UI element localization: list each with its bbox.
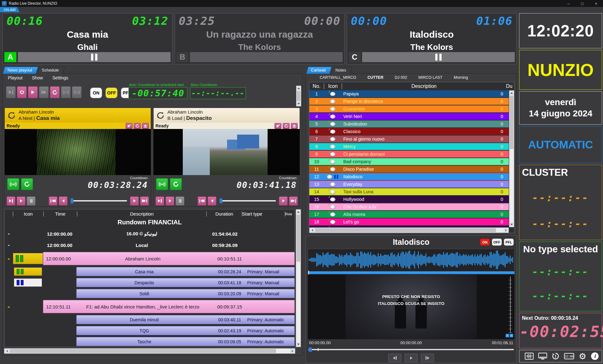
- col-description[interactable]: Description: [342, 83, 506, 89]
- deck-B[interactable]: 03:25 00:00 Un ragazzo una ragazza The K…: [175, 13, 345, 64]
- step-forward-button[interactable]: [130, 196, 139, 206]
- story-list-scrollbar[interactable]: [296, 86, 301, 106]
- digital-clock-icon[interactable]: 12:00: [564, 353, 574, 359]
- off-button[interactable]: OFF: [106, 88, 117, 98]
- col-row[interactable]: Row: [285, 211, 295, 217]
- power-button[interactable]: [17, 86, 27, 98]
- waveform[interactable]: [308, 249, 514, 271]
- cartwall-row[interactable]: 4 ♪ Vetri Neri 0: [309, 113, 509, 120]
- subtab-cartwall-mirco[interactable]: CARTWALL_MIRCO: [314, 75, 362, 81]
- cartwall-row[interactable]: 19 ♪ Mondiali 0: [309, 226, 509, 227]
- menu-show[interactable]: Show: [32, 75, 43, 80]
- tab-on-air[interactable]: ON-AIR: [0, 7, 19, 12]
- cartwall-row[interactable]: 8 ♪ Mercy 0: [309, 143, 509, 150]
- col-no[interactable]: No.: [309, 83, 324, 89]
- cartwall-row[interactable]: 7 ♪ Fino al giorno nuovo 0: [309, 136, 509, 142]
- pause-button[interactable]: [27, 196, 35, 206]
- rundown-hscrollbar[interactable]: [4, 348, 295, 354]
- menu-settings[interactable]: Settings: [52, 75, 68, 80]
- preview-header[interactable]: Abraham Lincoln B Load | Despacito: [154, 108, 300, 123]
- seek-slider[interactable]: [71, 198, 127, 204]
- play-button[interactable]: [17, 196, 25, 206]
- rundown-item-row[interactable]: Duemila minuti 00:03:40.11 Primary: Auto…: [5, 315, 295, 324]
- prev-frame-button[interactable]: [388, 354, 401, 362]
- cartwall-row[interactable]: 5 ♪ Substitution 0: [309, 120, 509, 127]
- broadcast-button-1[interactable]: [61, 86, 71, 98]
- recycle-button[interactable]: [170, 178, 182, 190]
- rundown-item-row[interactable]: Casa mia 00:03:28.24 Primary: Manual: [5, 267, 295, 276]
- step-back-button[interactable]: [59, 196, 68, 206]
- broadcast-button-2[interactable]: [72, 86, 82, 98]
- seek-slider[interactable]: [220, 198, 276, 204]
- progress-thumb[interactable]: [309, 347, 312, 352]
- rundown-story-row[interactable]: - 12:00:00.00 Abraham Lincoln 00:10:51.1…: [5, 252, 295, 265]
- audio-meter-icon[interactable]: [525, 353, 534, 360]
- deck-progress-bar[interactable]: [190, 52, 343, 62]
- close-button[interactable]: ×: [589, 0, 603, 7]
- cartwall-row[interactable]: 16 ♪ Che t'o dico a fa' 0: [309, 203, 509, 210]
- skip-end-button[interactable]: [289, 196, 298, 206]
- loop-button[interactable]: [283, 123, 290, 129]
- play-button[interactable]: [28, 86, 38, 98]
- col-duration[interactable]: Du: [506, 83, 514, 89]
- step-back-button[interactable]: [208, 196, 216, 206]
- rundown-item-row[interactable]: Despacito 00:03:41.18 Primary: Manual: [5, 278, 295, 287]
- rundown-item-row[interactable]: Soldi 00:03:20.09 Primary: Manual: [5, 289, 295, 298]
- col-duration[interactable]: Duration: [206, 211, 242, 217]
- rundown-item-row[interactable]: TQG 00:02:43.19 Primary: Automatic: [5, 326, 295, 335]
- cartwall-hscrollbar[interactable]: [309, 228, 509, 233]
- eject-button[interactable]: [142, 123, 149, 129]
- deck-progress-bar[interactable]: [18, 52, 171, 62]
- step-forward-button[interactable]: [279, 196, 288, 206]
- tab-cartwall[interactable]: Cartwall: [307, 67, 331, 74]
- tab-notes[interactable]: Notes: [332, 67, 351, 74]
- col-start-type[interactable]: Start type: [242, 211, 285, 217]
- cartwall-row[interactable]: 14 ♪ Taxi sulla Luna 0: [309, 188, 509, 195]
- preview-header[interactable]: Abraham Lincoln A Next | Casa mia: [5, 108, 151, 123]
- settings-gear-icon[interactable]: ⚙: [579, 351, 586, 361]
- pause-button[interactable]: [176, 196, 184, 206]
- cartwall-row[interactable]: 18 ♪ Let's go 0: [309, 218, 509, 225]
- rundown-story-row[interactable]: - 12:10:51.11 F1: ad Abu Dhabi vince Ham…: [5, 300, 295, 313]
- col-icon[interactable]: Icon: [324, 83, 342, 89]
- skip-start-button[interactable]: [198, 196, 206, 206]
- deck-A[interactable]: 00:16 03:12 Casa mia Ghali A: [3, 13, 172, 64]
- broadcast-button[interactable]: [156, 178, 168, 190]
- cartwall-row[interactable]: 9 ♪ Ci pensiamo domani 0: [309, 151, 509, 158]
- cartwall-row[interactable]: 1 ♪ Papaya 0: [309, 90, 509, 97]
- cartwall-row[interactable]: 15 ♪ Hollywood 0: [309, 196, 509, 203]
- tab-news-playout[interactable]: News playout: [4, 67, 37, 74]
- loop-button[interactable]: [50, 86, 60, 98]
- broadcast-button[interactable]: [7, 178, 19, 190]
- rundown-group-row[interactable]: - 12:00:00.00 Local 00:59:26.09: [5, 240, 295, 250]
- col-icon[interactable]: Icon: [13, 211, 43, 217]
- rundown-vscrollbar[interactable]: [296, 209, 301, 347]
- play-button[interactable]: [405, 354, 418, 362]
- rundown-group-row[interactable]: - 12:00:00.00 16.00 © ليونيكو 01:54:04.0…: [5, 229, 295, 238]
- cartwall-vscrollbar[interactable]: [509, 90, 514, 227]
- info-icon[interactable]: i: [591, 352, 599, 360]
- history-icon[interactable]: [552, 352, 559, 360]
- volume-slider[interactable]: [508, 276, 512, 333]
- checkbox-2[interactable]: ✓: [510, 334, 513, 337]
- recycle-button[interactable]: [21, 178, 33, 190]
- rundown-item-row[interactable]: Tasche 00:03:09.05 Primary: Automatic: [5, 337, 295, 346]
- player-on-button[interactable]: ON: [480, 238, 490, 246]
- skip-end-button[interactable]: [140, 196, 149, 206]
- cartwall-row[interactable]: 2 ♪ Piango in discoteca 0: [309, 98, 509, 105]
- monitor-icon[interactable]: [538, 353, 547, 360]
- subtab-dj-002[interactable]: DJ 002: [389, 75, 413, 81]
- tab-schedule[interactable]: Schedule: [38, 67, 64, 74]
- cartwall-row[interactable]: 10 ♪ Bad company 0: [309, 158, 509, 165]
- cartwall-row[interactable]: 6 ♪ Classico 0: [309, 128, 509, 135]
- deck-progress-bar[interactable]: [362, 52, 515, 62]
- on-button[interactable]: ON: [90, 88, 102, 98]
- skip-start-button[interactable]: [49, 196, 57, 206]
- mute-button[interactable]: [274, 123, 281, 129]
- waveform-overview-bar[interactable]: [308, 271, 514, 274]
- mute-button[interactable]: [126, 123, 133, 129]
- skip-next-button[interactable]: [39, 86, 49, 98]
- maximize-button[interactable]: □: [575, 0, 589, 7]
- player-pfl-button[interactable]: PFL: [504, 238, 514, 246]
- player-off-button[interactable]: OFF: [492, 238, 502, 246]
